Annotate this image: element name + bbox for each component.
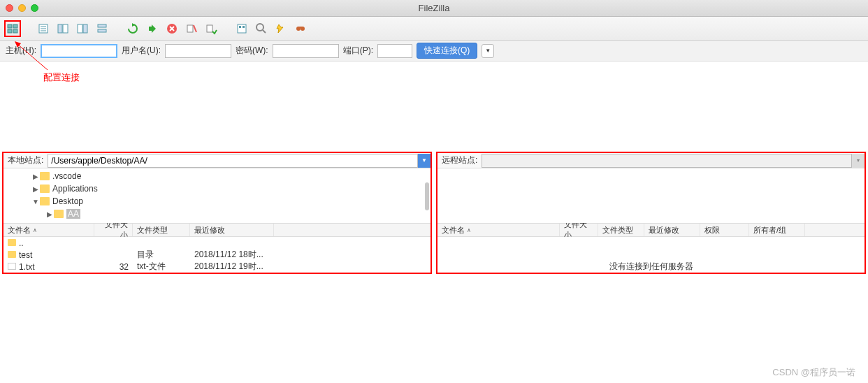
local-site-input[interactable]: [48, 154, 418, 168]
host-label: 主机(H):: [6, 45, 36, 57]
tree-item[interactable]: ▶AA: [3, 208, 431, 220]
close-window-button[interactable]: [6, 4, 13, 12]
svg-line-25: [263, 30, 266, 33]
folder-icon: [54, 210, 64, 218]
password-input[interactable]: [273, 44, 339, 58]
svg-rect-21: [238, 24, 246, 33]
remote-file-list[interactable]: 没有连接到任何服务器 远程主机目录信息: [437, 237, 865, 273]
folder-icon: [40, 185, 50, 193]
remote-site-combo: ▾: [482, 154, 865, 168]
search-button[interactable]: [292, 20, 309, 37]
sync-browse-button[interactable]: [273, 20, 289, 37]
remote-site-input: [482, 154, 852, 168]
folder-icon: [8, 239, 16, 246]
tree-item[interactable]: ▶.vscode: [3, 170, 431, 182]
file-row[interactable]: ..: [3, 237, 431, 249]
compare-button[interactable]: [253, 20, 270, 37]
local-site-combo[interactable]: ▼: [48, 154, 431, 168]
svg-rect-1: [13, 24, 17, 28]
svg-rect-12: [98, 24, 106, 27]
tree-item-label: Desktop: [52, 196, 83, 206]
file-row[interactable]: test目录2018/11/12 18时...: [3, 249, 431, 261]
process-queue-button[interactable]: [144, 20, 161, 37]
main-toolbar: [0, 17, 868, 41]
tree-item-label: Applications: [52, 184, 98, 194]
toggle-local-tree-button[interactable]: [55, 20, 71, 37]
col-filesize[interactable]: 文件大小: [94, 224, 133, 236]
local-site-row: 本地站点: ▼: [3, 153, 431, 168]
svg-rect-20: [207, 25, 212, 32]
rcol-filesize[interactable]: 文件大小: [560, 224, 598, 236]
username-label: 用户名(U):: [122, 45, 161, 57]
port-input[interactable]: [377, 44, 412, 58]
tree-item-label: .vscode: [52, 171, 81, 181]
refresh-button[interactable]: [124, 20, 141, 37]
quickconnect-history-dropdown[interactable]: ▼: [482, 44, 494, 58]
svg-rect-2: [8, 29, 12, 33]
rcol-permissions[interactable]: 权限: [700, 224, 749, 236]
col-modified[interactable]: 最近修改: [190, 224, 274, 236]
folder-icon: [40, 197, 50, 205]
rcol-filename[interactable]: 文件名∧: [437, 224, 560, 236]
watermark: CSDN @程序员一诺: [772, 366, 855, 379]
file-icon: [8, 263, 16, 270]
expander-icon[interactable]: ▶: [31, 185, 40, 193]
disconnect-button[interactable]: [183, 20, 200, 37]
rcol-modified[interactable]: 最近修改: [644, 224, 700, 236]
filter-button[interactable]: [233, 20, 250, 37]
svg-rect-10: [78, 24, 82, 33]
local-file-list[interactable]: ..test目录2018/11/12 18时...1.txt32txt-文件20…: [3, 237, 431, 273]
tree-scrollbar[interactable]: [425, 182, 429, 210]
port-label: 端口(P):: [343, 45, 373, 57]
rcol-filetype[interactable]: 文件类型: [598, 224, 644, 236]
svg-rect-22: [239, 26, 241, 28]
remote-site-dropdown: ▾: [852, 154, 865, 168]
remote-empty-message: 没有连接到任何服务器: [437, 237, 865, 273]
svg-rect-13: [98, 29, 106, 32]
remote-panel: 远程站点: ▾ 文件名∧ 文件大小 文件类型 最近修改 权限 所有者/组 没有连…: [436, 152, 866, 274]
toggle-log-button[interactable]: [35, 20, 52, 37]
site-manager-button[interactable]: [4, 20, 21, 37]
remote-site-row: 远程站点: ▾: [437, 153, 865, 168]
col-filename[interactable]: 文件名∧: [3, 224, 94, 236]
svg-line-19: [194, 25, 196, 32]
svg-rect-23: [243, 26, 245, 28]
password-label: 密码(W):: [236, 45, 268, 57]
remote-directory-tree[interactable]: [437, 168, 865, 223]
svg-point-24: [256, 24, 263, 31]
quickconnect-button[interactable]: 快速连接(Q): [417, 43, 477, 59]
local-directory-tree[interactable]: ▶.vscode▶Applications▼Desktop▶AA: [3, 168, 431, 223]
local-site-dropdown[interactable]: ▼: [418, 154, 431, 168]
folder-icon: [8, 251, 16, 258]
window-title: FileZilla: [419, 3, 450, 13]
tree-item-label: AA: [66, 209, 80, 219]
remote-file-header: 文件名∧ 文件大小 文件类型 最近修改 权限 所有者/组: [437, 223, 865, 237]
host-input[interactable]: [41, 44, 117, 58]
tree-item[interactable]: ▼Desktop: [3, 195, 431, 208]
toggle-queue-button[interactable]: [94, 20, 110, 37]
traffic-lights: [6, 4, 38, 12]
message-log[interactable]: [0, 62, 868, 152]
file-row[interactable]: 1.txt32txt-文件2018/11/12 19时...: [3, 261, 431, 273]
minimize-window-button[interactable]: [18, 4, 26, 12]
quickconnect-bar: 主机(H): 用户名(U): 密码(W): 端口(P): 快速连接(Q) ▼: [0, 41, 868, 62]
svg-rect-11: [83, 24, 87, 33]
cancel-button[interactable]: [164, 20, 180, 37]
svg-rect-9: [63, 24, 68, 33]
svg-rect-28: [298, 27, 303, 28]
rcol-owner[interactable]: 所有者/组: [749, 224, 805, 236]
svg-rect-8: [58, 24, 62, 33]
tree-item[interactable]: ▶Applications: [3, 182, 431, 195]
expander-icon[interactable]: ▶: [31, 173, 40, 180]
expander-icon[interactable]: ▶: [45, 210, 54, 218]
panels-row: 本地站点: ▼ ▶.vscode▶Applications▼Desktop▶AA…: [0, 152, 868, 274]
local-panel: 本地站点: ▼ ▶.vscode▶Applications▼Desktop▶AA…: [2, 152, 432, 274]
col-filetype[interactable]: 文件类型: [133, 224, 190, 236]
svg-rect-0: [8, 24, 12, 28]
svg-rect-18: [187, 25, 193, 32]
expander-icon[interactable]: ▼: [31, 198, 40, 205]
reconnect-button[interactable]: [203, 20, 219, 37]
maximize-window-button[interactable]: [31, 4, 38, 12]
toggle-remote-tree-button[interactable]: [74, 20, 91, 37]
username-input[interactable]: [165, 44, 231, 58]
